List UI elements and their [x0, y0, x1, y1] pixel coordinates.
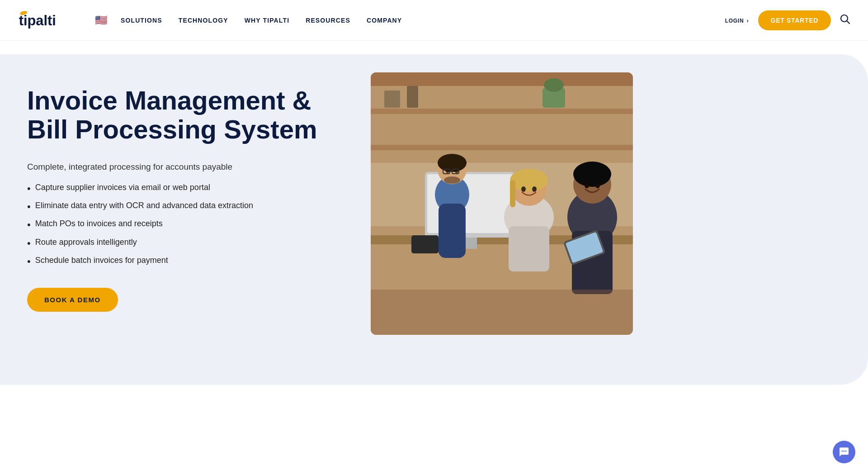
svg-rect-7	[371, 109, 633, 114]
list-item: Schedule batch invoices for payment	[27, 256, 344, 267]
hero-text-block: Invoice Management & Bill Processing Sys…	[27, 77, 344, 312]
svg-text:tipalti: tipalti	[19, 13, 56, 29]
site-header: tipalti 🇺🇸 SOLUTIONS TECHNOLOGY WHY TIPA…	[0, 0, 868, 41]
svg-point-38	[573, 162, 611, 187]
search-button[interactable]	[840, 14, 850, 26]
nav-why-tipalti[interactable]: WHY TIPALTI	[245, 17, 289, 24]
svg-rect-9	[384, 90, 400, 108]
svg-rect-43	[411, 235, 439, 253]
svg-point-31	[510, 169, 548, 191]
svg-point-34	[532, 186, 537, 192]
nav-technology[interactable]: TECHNOLOGY	[179, 17, 228, 24]
list-item: Eliminate data entry with OCR and advanc…	[27, 201, 344, 213]
list-item: Capture supplier invoices via email or w…	[27, 183, 344, 195]
svg-point-27	[444, 176, 460, 184]
svg-rect-10	[407, 86, 418, 108]
svg-point-40	[595, 183, 600, 188]
header-actions: LOGIN › GET STARTED	[724, 10, 850, 30]
svg-rect-30	[509, 226, 549, 271]
svg-rect-20	[439, 204, 466, 258]
main-nav: SOLUTIONS TECHNOLOGY WHY TIPALTI RESOURC…	[121, 17, 724, 24]
nav-company[interactable]: COMPANY	[367, 17, 402, 24]
svg-rect-32	[510, 180, 515, 207]
svg-line-3	[847, 21, 850, 24]
svg-rect-44	[371, 290, 633, 335]
login-arrow-icon: ›	[747, 18, 749, 24]
nav-solutions[interactable]: SOLUTIONS	[121, 17, 162, 24]
get-started-button[interactable]: GET STARTED	[758, 10, 831, 30]
login-link[interactable]: LOGIN ›	[724, 17, 749, 24]
nav-resources[interactable]: RESOURCES	[306, 17, 350, 24]
list-item: Route approvals intelligently	[27, 238, 344, 249]
logo[interactable]: tipalti	[18, 10, 77, 30]
hero-image	[371, 72, 633, 335]
book-demo-button[interactable]: BOOK A DEMO	[27, 288, 118, 312]
hero-subtitle: Complete, integrated processing for acco…	[27, 162, 344, 172]
hero-content: Invoice Management & Bill Processing Sys…	[0, 41, 868, 362]
svg-rect-6	[371, 72, 633, 86]
svg-point-39	[585, 183, 589, 188]
svg-point-12	[544, 78, 564, 92]
language-selector[interactable]: 🇺🇸	[95, 14, 107, 26]
svg-point-33	[521, 186, 526, 192]
svg-rect-8	[371, 145, 633, 150]
hero-title: Invoice Management & Bill Processing Sys…	[27, 86, 344, 144]
hero-section: Invoice Management & Bill Processing Sys…	[0, 41, 868, 385]
hero-bullet-list: Capture supplier invoices via email or w…	[27, 183, 344, 268]
list-item: Match POs to invoices and receipts	[27, 219, 344, 231]
